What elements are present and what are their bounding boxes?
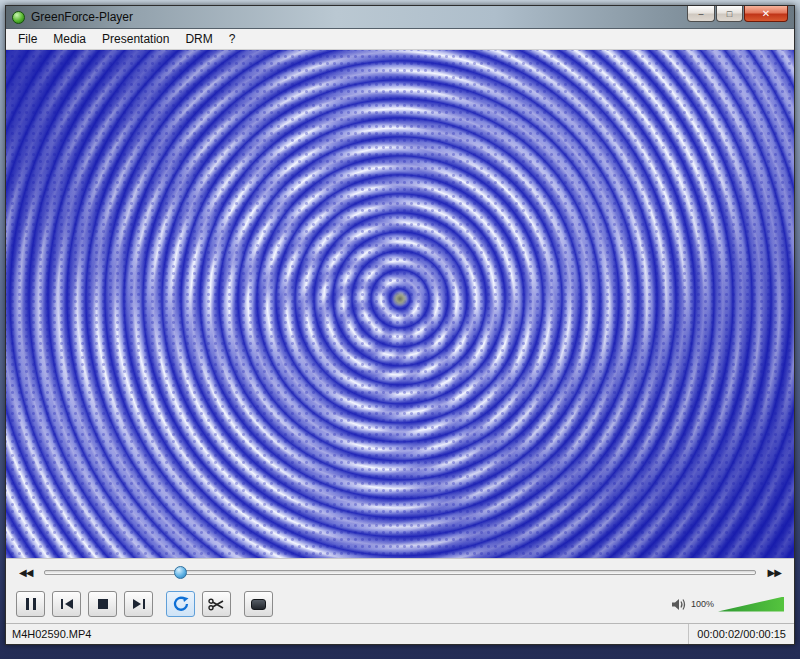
menu-media[interactable]: Media: [45, 30, 94, 48]
filename-label: M4H02590.MP4: [6, 628, 92, 640]
step-forward-button[interactable]: [124, 591, 153, 617]
menu-help[interactable]: ?: [221, 30, 244, 48]
app-icon: [12, 11, 25, 24]
step-back-icon: [61, 599, 73, 609]
step-forward-icon: [133, 599, 145, 609]
rewind-icon[interactable]: ◀◀: [16, 565, 35, 580]
minimize-icon: –: [698, 9, 703, 19]
seek-row: ◀◀ ▶▶: [6, 558, 794, 585]
speaker-icon: [671, 598, 687, 611]
capture-button[interactable]: [244, 591, 273, 617]
seek-thumb[interactable]: [174, 566, 187, 579]
video-frame-ripple-pattern: [6, 50, 794, 558]
maximize-icon: □: [727, 9, 732, 19]
minimize-button[interactable]: –: [687, 6, 715, 22]
pause-button[interactable]: [16, 591, 45, 617]
close-button[interactable]: ✕: [744, 6, 788, 22]
menubar: File Media Presentation DRM ?: [6, 29, 794, 50]
close-icon: ✕: [762, 8, 770, 19]
scissors-icon: [208, 598, 225, 611]
window-title: GreenForce-Player: [31, 10, 133, 24]
stop-icon: [98, 599, 108, 609]
fast-forward-icon[interactable]: ▶▶: [765, 565, 784, 580]
volume-control[interactable]: 100%: [671, 597, 784, 612]
loop-button[interactable]: [166, 591, 195, 617]
loop-icon: [173, 596, 189, 612]
step-back-button[interactable]: [52, 591, 81, 617]
volume-wedge[interactable]: [718, 597, 784, 612]
transport-controls: 100%: [6, 585, 794, 623]
menu-file[interactable]: File: [10, 30, 45, 48]
titlebar[interactable]: GreenForce-Player – □ ✕: [6, 6, 794, 29]
menu-presentation[interactable]: Presentation: [94, 30, 177, 48]
player-window: GreenForce-Player – □ ✕ File Media Prese…: [5, 5, 795, 645]
capture-icon: [251, 599, 266, 610]
seek-track[interactable]: [44, 570, 755, 575]
stop-button[interactable]: [88, 591, 117, 617]
window-controls: – □ ✕: [687, 6, 788, 22]
menu-drm[interactable]: DRM: [177, 30, 220, 48]
volume-percent-label: 100%: [691, 599, 714, 609]
statusbar: M4H02590.MP4 00:00:02/00:00:15: [6, 623, 794, 644]
video-display[interactable]: [6, 50, 794, 558]
pause-icon: [26, 598, 36, 610]
maximize-button[interactable]: □: [716, 6, 743, 22]
time-label: 00:00:02/00:00:15: [688, 624, 794, 644]
cut-button[interactable]: [202, 591, 231, 617]
